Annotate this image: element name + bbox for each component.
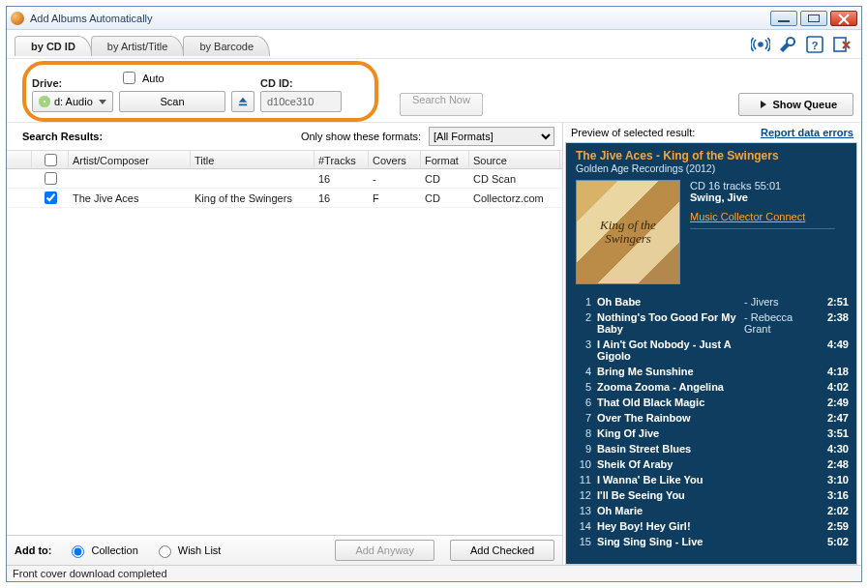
add-to-label: Add to:: [15, 544, 51, 556]
grid-header: Artist/Composer Title #Tracks Covers For…: [7, 150, 562, 169]
scan-button[interactable]: Scan: [119, 91, 225, 112]
auto-label: Auto: [142, 73, 165, 84]
tab-by-artist-title[interactable]: by Artist/Title: [91, 36, 185, 56]
track-row[interactable]: 1 Oh Babe - Jivers 2:51: [574, 294, 849, 309]
col-artist[interactable]: Artist/Composer: [69, 151, 191, 169]
col-tracks[interactable]: #Tracks: [314, 151, 369, 169]
table-row[interactable]: 16 - CD CD Scan: [7, 169, 562, 189]
auto-checkbox[interactable]: [123, 72, 135, 84]
track-duration: 2:49: [816, 397, 849, 408]
help-icon[interactable]: ?: [803, 33, 826, 56]
main: Search Results: Only show these formats:…: [7, 122, 861, 565]
track-duration: 4:30: [816, 443, 849, 455]
track-title: Oh Babe: [597, 296, 738, 308]
col-title[interactable]: Title: [191, 151, 314, 169]
radio-collection[interactable]: Collection: [67, 543, 137, 558]
cell-format: CD: [421, 173, 469, 185]
track-title: Sheik Of Araby: [597, 458, 738, 470]
music-collector-connect-link[interactable]: Music Collector Connect: [690, 211, 835, 229]
radio-wishlist[interactable]: Wish List: [154, 543, 222, 558]
track-row[interactable]: 15 Sing Sing Sing - Live 5:02: [574, 534, 849, 549]
check-cell[interactable]: [32, 189, 69, 207]
album-cover: King of the Swingers: [576, 180, 680, 284]
exit-icon[interactable]: [830, 33, 853, 56]
cell-source: Collectorz.com: [469, 192, 560, 204]
track-number: 9: [574, 443, 591, 455]
tracklist[interactable]: 1 Oh Babe - Jivers 2:512 Nothing's Too G…: [566, 292, 856, 564]
tab-row: by CD ID by Artist/Title by Barcode ?: [7, 30, 861, 59]
svg-rect-3: [834, 38, 846, 51]
cdid-field[interactable]: d10ce310: [260, 91, 342, 112]
show-queue-button[interactable]: Show Queue: [738, 93, 853, 116]
toolbar-buttons: ?: [749, 33, 853, 56]
cell-title: King of the Swingers: [191, 192, 314, 204]
cdid-group: CD ID: d10ce310: [260, 77, 342, 112]
search-now-button[interactable]: Search Now: [400, 93, 483, 116]
track-row[interactable]: 12 I'll Be Seeing You 3:16: [574, 487, 849, 503]
add-checked-button[interactable]: Add Checked: [450, 540, 554, 561]
check-all-col[interactable]: [32, 151, 69, 169]
scan-group: Auto Scan: [119, 69, 225, 112]
track-row[interactable]: 10 Sheik Of Araby 2:48: [574, 456, 849, 472]
track-number: 11: [574, 474, 591, 485]
tabstrip: by CD ID by Artist/Title by Barcode: [15, 36, 269, 56]
check-cell[interactable]: [32, 169, 69, 188]
svg-point-0: [759, 43, 763, 46]
track-row[interactable]: 3 I Ain't Got Nobody - Just A Gigolo 4:4…: [574, 337, 849, 364]
col-covers[interactable]: Covers: [369, 151, 421, 169]
track-row[interactable]: 5 Zooma Zooma - Angelina 4:02: [574, 379, 849, 395]
col-source[interactable]: Source: [469, 151, 560, 169]
track-row[interactable]: 9 Basin Street Blues 4:30: [574, 441, 849, 456]
eject-button[interactable]: [231, 91, 254, 112]
track-row[interactable]: 2 Nothing's Too Good For My Baby - Rebec…: [574, 309, 849, 337]
track-title: Oh Marie: [597, 505, 738, 516]
track-row[interactable]: 7 Over The Rainbow 2:47: [574, 410, 849, 426]
window: Add Albums Automatically by CD ID by Art…: [6, 6, 862, 582]
track-row[interactable]: 11 I Wanna' Be Like You 3:10: [574, 472, 849, 487]
formats-dropdown[interactable]: [All Formats]: [429, 127, 554, 146]
track-artist: [744, 427, 810, 439]
col-format[interactable]: Format: [421, 151, 469, 169]
controls-row: Drive: d: Audio Auto Scan: [7, 59, 861, 122]
broadcast-icon[interactable]: [749, 33, 772, 56]
track-number: 10: [574, 458, 591, 470]
track-row[interactable]: 6 That Old Black Magic 2:49: [574, 395, 849, 410]
track-title: I Ain't Got Nobody - Just A Gigolo: [597, 338, 738, 362]
track-number: 1: [574, 296, 591, 308]
track-number: 6: [574, 397, 591, 408]
track-row[interactable]: 4 Bring Me Sunshine 4:18: [574, 364, 849, 379]
track-artist: - Jivers: [744, 296, 810, 308]
track-duration: 2:47: [816, 412, 849, 424]
track-artist: [744, 489, 810, 501]
table-row[interactable]: The Jive Aces King of the Swingers 16 F …: [7, 189, 562, 208]
maximize-button[interactable]: [800, 11, 827, 26]
add-bar: Add to: Collection Wish List Add Anyway …: [7, 535, 562, 565]
track-row[interactable]: 13 Oh Marie 2:02: [574, 503, 849, 518]
minimize-button[interactable]: [770, 11, 797, 26]
close-button[interactable]: [830, 11, 857, 26]
right-pane: Preview of selected result: Report data …: [563, 123, 861, 565]
report-errors-link[interactable]: Report data errors: [761, 127, 853, 138]
track-row[interactable]: 8 King Of Jive 3:51: [574, 426, 849, 441]
track-artist: [744, 505, 810, 516]
show-queue-label: Show Queue: [772, 99, 837, 110]
track-duration: 4:02: [816, 381, 849, 393]
track-artist: [744, 338, 810, 362]
cell-format: CD: [421, 192, 469, 204]
highlight-area: Drive: d: Audio Auto Scan: [22, 61, 378, 122]
wrench-icon[interactable]: [776, 33, 799, 56]
tab-by-cd-id[interactable]: by CD ID: [15, 36, 92, 56]
add-anyway-button[interactable]: Add Anyway: [335, 540, 434, 561]
track-artist: [744, 520, 810, 532]
tab-by-barcode[interactable]: by Barcode: [183, 36, 270, 56]
expand-col: [9, 151, 32, 169]
track-title: Bring Me Sunshine: [597, 366, 738, 377]
track-row[interactable]: 14 Hey Boy! Hey Girl! 2:59: [574, 518, 849, 534]
track-duration: 2:48: [816, 458, 849, 470]
track-number: 7: [574, 412, 591, 424]
drive-dropdown[interactable]: d: Audio: [32, 91, 113, 112]
track-artist: - Rebecca Grant: [744, 311, 810, 335]
search-results-label: Search Results:: [15, 129, 110, 144]
disc-icon: [39, 96, 50, 107]
cdid-label: CD ID:: [260, 77, 342, 89]
